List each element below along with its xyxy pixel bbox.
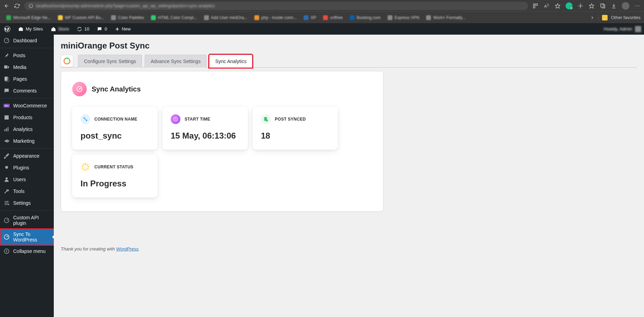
sidebar-item-collapse-menu[interactable]: Collapse menu: [0, 245, 54, 257]
bookmark-item[interactable]: cnffree: [320, 14, 345, 21]
new-link[interactable]: New: [113, 26, 132, 32]
svg-rect-15: [4, 65, 7, 69]
svg-rect-16: [5, 77, 8, 81]
plus-icon: [115, 27, 120, 32]
sidebar-item-users[interactable]: Users: [0, 174, 54, 185]
svg-point-7: [580, 5, 581, 7]
spinner-icon: [80, 162, 90, 172]
sidebar-item-sync-to-wordpress[interactable]: Sync To WordPress: [0, 229, 54, 245]
update-icon: [77, 26, 82, 32]
svg-rect-23: [6, 128, 7, 131]
sidebar-item-custom-api-plugin[interactable]: Custom API plugin: [0, 212, 54, 229]
svg-point-10: [635, 6, 636, 6]
page-icon: [3, 76, 10, 82]
download-icon[interactable]: [611, 3, 617, 9]
bookmark-item[interactable]: Color Palettes: [108, 14, 147, 21]
post-synced-label: POST SYNCED: [275, 117, 306, 122]
document-check-icon: [261, 114, 271, 124]
wp-logo[interactable]: [3, 26, 12, 32]
sidebar-item-dashboard[interactable]: Dashboard: [0, 35, 54, 46]
products-icon: [3, 114, 10, 121]
comments-link[interactable]: 0: [95, 26, 108, 32]
svg-rect-4: [536, 4, 537, 6]
svg-rect-24: [8, 127, 8, 131]
connection-card: CONNECTION NAME post_sync: [72, 107, 158, 150]
sidebar-item-posts[interactable]: Posts: [0, 50, 54, 61]
browser-back-icon[interactable]: [3, 3, 10, 9]
sites-icon: [18, 26, 24, 32]
svg-point-33: [79, 88, 80, 90]
tab-advance-sync-settings[interactable]: Advance Sync Settings: [145, 55, 206, 68]
svg-rect-9: [601, 4, 604, 7]
comment-icon: [3, 88, 10, 94]
sidebar-item-tools[interactable]: Tools: [0, 185, 54, 197]
bookmark-item[interactable]: Work× Formally...: [423, 14, 468, 21]
bookmark-item[interactable]: HTML Color Compl...: [148, 14, 200, 21]
status-card: CURRENT STATUS In Progress: [72, 155, 158, 197]
tab-sync-analytics[interactable]: Sync Analytics: [209, 55, 252, 68]
wordpress-link[interactable]: WordPress: [116, 246, 138, 252]
user-avatar-icon[interactable]: [635, 26, 641, 32]
svg-point-27: [6, 203, 7, 204]
more-icon[interactable]: [634, 3, 641, 9]
svg-rect-5: [533, 6, 535, 8]
svg-marker-8: [589, 3, 594, 8]
users-icon: [3, 176, 10, 183]
svg-point-26: [7, 201, 8, 202]
info-icon: [28, 3, 33, 8]
tabs-row: Configure Sync SettingsAdvance Sync Sett…: [61, 55, 637, 68]
media-icon: [3, 64, 10, 70]
sidebar-item-analytics[interactable]: Analytics: [0, 123, 54, 135]
woo-icon: Woo: [3, 103, 10, 109]
analytics-panel: Sync Analytics CONNECTION NAME post_sync: [61, 71, 383, 212]
sidebar-item-appearance[interactable]: Appearance: [0, 150, 54, 162]
comment-icon: [97, 26, 102, 32]
bookmarks-bar: Microsoft Edge Ne...WF Custom API Bu...C…: [0, 11, 644, 23]
sidebar-item-marketing[interactable]: Marketing: [0, 135, 54, 147]
sidebar-item-comments[interactable]: Comments: [0, 85, 54, 97]
collections-icon[interactable]: [600, 3, 606, 9]
status-value: In Progress: [80, 179, 149, 188]
chevron-right-icon[interactable]: [590, 15, 595, 20]
sidebar-item-media[interactable]: Media: [0, 61, 54, 73]
qr-icon[interactable]: [532, 3, 539, 9]
extensions-icon[interactable]: [577, 3, 584, 9]
svg-rect-20: [5, 116, 9, 120]
bookmark-item[interactable]: Booking.com: [347, 14, 383, 21]
other-favorites-label[interactable]: Other favorites: [611, 15, 641, 20]
gauge-icon: [3, 234, 10, 240]
browser-refresh-icon[interactable]: [14, 3, 20, 9]
text-size-icon[interactable]: A)): [543, 3, 550, 9]
bookmark-item[interactable]: Express VPN: [385, 14, 422, 21]
home-icon: [51, 26, 56, 32]
url-text: localhost/wordpress/wp-admin/admin.php?p…: [36, 3, 215, 8]
panel-header-icon: [72, 82, 87, 96]
bookmark-item[interactable]: Microsoft Edge Ne...: [3, 14, 54, 21]
sliders-icon: [3, 200, 10, 206]
bookmark-item[interactable]: XP: [301, 14, 319, 21]
profile-avatar-icon[interactable]: [622, 2, 629, 10]
gauge-icon: [3, 217, 10, 223]
bookmark-item[interactable]: WF Custom API Bu...: [55, 14, 107, 21]
sidebar-item-woocommerce[interactable]: WooWooCommerce: [0, 100, 54, 112]
howdy-link[interactable]: Howdy, Admin: [604, 26, 632, 32]
updates-link[interactable]: 10: [75, 26, 91, 32]
plugin-logo-icon: [61, 55, 73, 67]
my-sites-link[interactable]: My Sites: [17, 26, 44, 32]
sidebar-item-pages[interactable]: Pages: [0, 73, 54, 85]
bookmark-item[interactable]: php - Inside conn...: [252, 14, 299, 21]
clock-icon: [171, 114, 180, 124]
url-bar[interactable]: localhost/wordpress/wp-admin/admin.php?p…: [24, 2, 528, 10]
favorites-icon[interactable]: [588, 3, 595, 9]
site-home-link[interactable]: Store: [49, 26, 70, 32]
start-time-card: START TIME 15 May, 06:13:06: [162, 107, 248, 150]
bookmark-item[interactable]: Add User miniOra...: [201, 14, 250, 21]
svg-line-36: [85, 118, 86, 120]
sidebar-item-products[interactable]: Products: [0, 112, 54, 123]
grammarly-icon[interactable]: [566, 2, 573, 9]
svg-rect-22: [5, 129, 5, 131]
sidebar-item-settings[interactable]: Settings: [0, 197, 54, 209]
star-icon[interactable]: [554, 3, 561, 9]
tab-configure-sync-settings[interactable]: Configure Sync Settings: [78, 55, 142, 68]
sidebar-item-plugins[interactable]: Plugins: [0, 162, 54, 174]
